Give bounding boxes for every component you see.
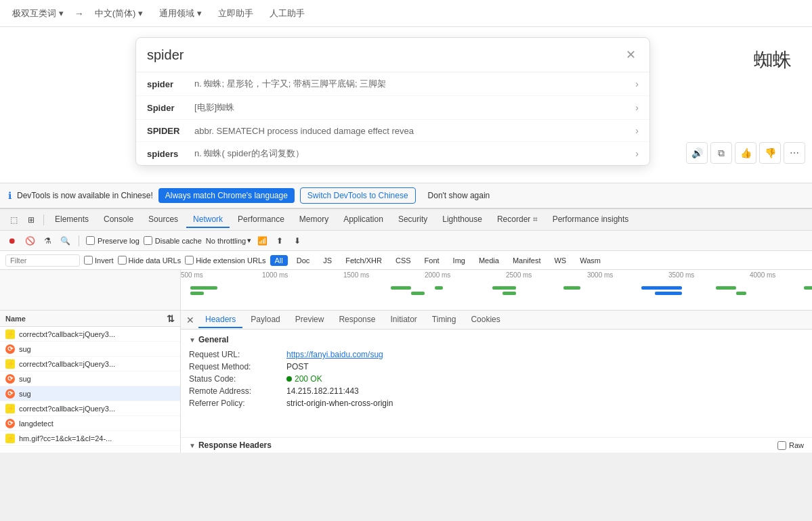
filter-all-button[interactable]: All <box>270 255 288 266</box>
detail-tab-headers[interactable]: Headers <box>198 312 242 328</box>
request-url-value: https://fanyi.baidu.com/sug <box>286 350 804 359</box>
request-item-4[interactable]: ⟳ sug <box>0 371 180 386</box>
request-url-link[interactable]: https://fanyi.baidu.com/sug <box>286 350 383 359</box>
tbar-5 <box>435 286 443 290</box>
filter-ws-button[interactable]: WS <box>549 255 571 266</box>
tab-sources[interactable]: Sources <box>142 212 185 228</box>
filter-font-button[interactable]: Font <box>420 255 444 266</box>
thumbs-up-icon[interactable]: 👍 <box>735 142 756 164</box>
tab-application[interactable]: Application <box>337 212 390 228</box>
filter-icon[interactable]: ⚗ <box>41 234 54 248</box>
disable-cache-label[interactable]: Disable cache <box>144 236 202 245</box>
upload-icon[interactable]: ⬆ <box>273 234 286 248</box>
detail-tab-payload[interactable]: Payload <box>244 312 286 328</box>
topbar-item-3[interactable]: 通用领域 ▾ <box>154 5 207 22</box>
request-item-1[interactable]: ⚡ correctxt?callback=jQuery3... <box>0 327 180 342</box>
detail-tab-response[interactable]: Response <box>332 312 382 328</box>
request-item-8[interactable]: ⚡ hm.gif?cc=1&ck=1&cl=24-... <box>0 431 180 446</box>
speaker-icon[interactable]: 🔊 <box>686 142 708 164</box>
filter-wasm-button[interactable]: Wasm <box>575 255 605 266</box>
detail-tab-initiator[interactable]: Initiator <box>383 312 423 328</box>
request-item-3[interactable]: ⚡ correctxt?callback=jQuery3... <box>0 357 180 371</box>
request-item-2[interactable]: ⟳ sug <box>0 342 180 357</box>
response-headers-arrow-icon: ▼ <box>189 442 196 449</box>
raw-checkbox-label[interactable]: Raw <box>777 441 804 450</box>
request-item-7[interactable]: ⟳ langdetect <box>0 416 180 431</box>
hide-extension-label[interactable]: Hide extension URLs <box>185 256 265 265</box>
timeline-labels: 500 ms 1000 ms 1500 ms 2000 ms 2500 ms 3… <box>181 270 812 273</box>
filter-manifest-button[interactable]: Manifest <box>508 255 546 266</box>
timeline-bars <box>181 286 812 310</box>
more-icon[interactable]: ⋯ <box>784 142 805 164</box>
remote-address-value: 14.215.182.211:443 <box>286 386 804 396</box>
detail-tab-timing[interactable]: Timing <box>425 312 463 328</box>
invert-label[interactable]: Invert <box>84 256 114 265</box>
detail-tab-cookies[interactable]: Cookies <box>464 312 507 328</box>
tbar-4 <box>411 292 425 295</box>
status-code-value: 200 OK <box>286 374 804 384</box>
filter-js-button[interactable]: JS <box>318 255 337 266</box>
throttle-select[interactable]: No throttling ▾ <box>206 236 251 245</box>
download-icon[interactable]: ⬇ <box>291 234 304 248</box>
hide-data-urls-checkbox[interactable] <box>118 256 127 265</box>
search-close-button[interactable]: ✕ <box>623 45 639 65</box>
tbar-11 <box>716 286 736 290</box>
raw-checkbox[interactable] <box>777 441 786 450</box>
topbar-item-4[interactable]: 立即助手 <box>213 5 259 22</box>
detail-tab-preview[interactable]: Preview <box>289 312 331 328</box>
filter-img-button[interactable]: Img <box>448 255 470 266</box>
hide-extension-checkbox[interactable] <box>185 256 194 265</box>
record-button[interactable]: ⏺ <box>5 234 19 248</box>
filter-xhr-button[interactable]: Fetch/XHR <box>341 255 387 266</box>
copy-icon[interactable]: ⧉ <box>710 142 732 164</box>
preserve-log-checkbox[interactable] <box>86 236 95 245</box>
dont-show-again-button[interactable]: Don't show again <box>421 188 497 203</box>
tab-recorder[interactable]: Recorder ⌗ <box>490 212 544 228</box>
disable-cache-checkbox[interactable] <box>144 236 152 245</box>
result-def-2: [电影]蜘蛛 <box>194 101 635 114</box>
search-result-SPIDER[interactable]: SPIDER abbr. SEMATECH process induced da… <box>136 120 649 142</box>
clear-button[interactable]: 🚫 <box>23 234 37 248</box>
tab-lighthouse[interactable]: Lighthouse <box>435 212 489 228</box>
always-match-button[interactable]: Always match Chrome's language <box>158 188 295 203</box>
tab-performance-insights[interactable]: Performance insights <box>546 212 636 228</box>
inspect-element-icon[interactable]: ⬚ <box>5 212 22 228</box>
topbar-item-5[interactable]: 人工助手 <box>264 5 310 22</box>
tab-memory[interactable]: Memory <box>293 212 335 228</box>
switch-to-chinese-button[interactable]: Switch DevTools to Chinese <box>300 187 416 204</box>
filter-media-button[interactable]: Media <box>474 255 504 266</box>
details-close-button[interactable]: ✕ <box>184 313 197 327</box>
invert-checkbox[interactable] <box>84 256 93 265</box>
filter-css-button[interactable]: CSS <box>391 255 416 266</box>
wifi-icon[interactable]: 📶 <box>255 234 269 248</box>
tbar-12 <box>736 292 746 295</box>
request-type-js-icon-8: ⚡ <box>5 434 15 443</box>
filter-input[interactable] <box>5 254 80 267</box>
tab-elements[interactable]: Elements <box>48 212 95 228</box>
request-item-6[interactable]: ⚡ correctxt?callback=jQuery3... <box>0 401 180 416</box>
result-word-1: spider <box>147 79 194 89</box>
device-toolbar-icon[interactable]: ⊞ <box>23 212 39 228</box>
tab-network[interactable]: Network <box>186 212 230 228</box>
result-word-4: spiders <box>147 149 194 159</box>
tab-performance[interactable]: Performance <box>231 212 291 228</box>
preserve-log-label[interactable]: Preserve log <box>86 236 140 245</box>
filter-doc-button[interactable]: Doc <box>292 255 315 266</box>
tab-security[interactable]: Security <box>391 212 434 228</box>
search-result-spiders[interactable]: spiders n. 蜘蛛( spider的名词复数） › <box>136 142 649 165</box>
thumbs-down-icon[interactable]: 👎 <box>759 142 781 164</box>
devtools-tabs-bar: ⬚ ⊞ Elements Console Sources Network Per… <box>0 209 812 231</box>
resize-handle[interactable]: ⇅ <box>167 313 175 324</box>
tab-console[interactable]: Console <box>97 212 140 228</box>
label-2500: 2500 ms <box>506 271 532 279</box>
tbar-10 <box>655 292 682 295</box>
topbar-item-1[interactable]: 极双互类词 ▾ <box>7 5 69 22</box>
hide-data-urls-label[interactable]: Hide data URLs <box>118 256 181 265</box>
remote-address-key: Remote Address: <box>189 386 284 396</box>
request-item-5[interactable]: ⟳ sug <box>0 386 180 401</box>
topbar-item-2[interactable]: 中文(简体) ▾ <box>89 5 148 22</box>
search-result-Spider[interactable]: Spider [电影]蜘蛛 › <box>136 96 649 120</box>
search-result-spider[interactable]: spider n. 蜘蛛; 星形轮，十字又; 带柄三脚平底锅; 三脚架 › <box>136 72 649 96</box>
request-method-key: Request Method: <box>189 362 284 371</box>
search-network-icon[interactable]: 🔍 <box>58 234 72 248</box>
